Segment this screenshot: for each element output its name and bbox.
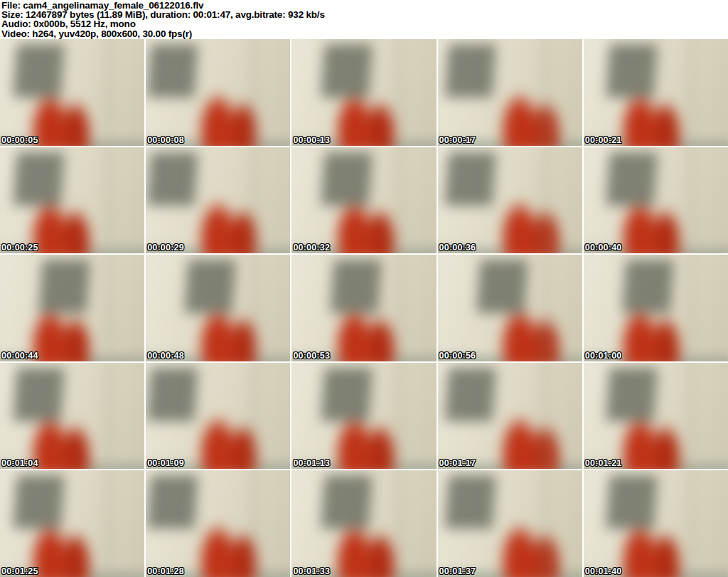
timestamp-label: 00:01:21 [585,458,622,468]
timestamp-label: 00:00:21 [585,135,622,145]
thumbnail-placeholder-image [584,39,728,146]
timestamp-label: 00:00:08 [147,135,184,145]
video-thumbnail: 00:00:25 [0,147,144,254]
thumbnail-placeholder-image [438,147,582,254]
timestamp-label: 00:00:17 [439,135,476,145]
thumbnail-placeholder-image [0,255,144,361]
video-thumbnail: 00:01:04 [0,363,144,470]
thumbnail-placeholder-image [291,255,436,361]
video-thumbnail: 00:00:40 [584,147,728,254]
video-thumbnail: 00:00:36 [438,147,582,254]
video-thumbnail: 00:00:08 [146,39,290,146]
timestamp-label: 00:00:44 [1,351,38,361]
video-thumbnail: 00:01:25 [0,470,144,577]
video-thumbnail: 00:01:33 [291,470,436,577]
thumbnail-grid: 00:00:05 00:00:08 00:00:13 00:00:17 00:0… [0,39,728,577]
timestamp-label: 00:01:09 [147,458,184,468]
thumbnail-placeholder-image [146,39,290,146]
video-label: Video: [1,28,30,39]
thumbnail-placeholder-image [291,147,436,254]
timestamp-label: 00:01:33 [293,566,330,576]
thumbnail-placeholder-image [0,363,144,470]
thumbnail-placeholder-image [584,363,728,470]
video-thumbnail: 00:00:29 [146,147,290,254]
timestamp-label: 00:00:13 [293,135,330,145]
timestamp-label: 00:00:36 [439,243,476,253]
video-thumbnail: 00:00:05 [0,39,144,146]
timestamp-label: 00:01:25 [1,566,38,576]
video-thumbnail: 00:00:53 [291,255,436,361]
video-info-line: Video: h264, yuv420p, 800x600, 30.00 fps… [1,29,728,38]
thumbnail-placeholder-image [584,147,728,254]
timestamp-label: 00:01:37 [439,566,476,576]
timestamp-label: 00:00:25 [1,243,38,253]
video-thumbnail: 00:01:17 [438,363,582,470]
thumbnail-placeholder-image [0,470,144,577]
file-metadata-header: File: cam4_angelinamay_female_06122016.f… [0,0,728,39]
video-thumbnail: 00:00:56 [438,255,582,361]
video-value: h264, yuv420p, 800x600, 30.00 fps(r) [30,28,192,39]
video-thumbnail: 00:01:40 [584,470,728,577]
video-thumbnail: 00:01:37 [438,470,582,577]
thumbnail-placeholder-image [584,255,728,361]
thumbnail-placeholder-image [146,470,290,577]
video-thumbnail: 00:00:21 [584,39,728,146]
thumbnail-placeholder-image [438,39,582,146]
thumbnail-placeholder-image [291,470,436,577]
timestamp-label: 00:00:29 [147,243,184,253]
thumbnail-placeholder-image [146,255,290,361]
video-thumbnail: 00:01:00 [584,255,728,361]
thumbnail-placeholder-image [0,39,144,146]
thumbnail-placeholder-image [146,363,290,470]
video-thumbnail: 00:00:44 [0,255,144,361]
timestamp-label: 00:01:28 [147,566,184,576]
timestamp-label: 00:00:48 [147,351,184,361]
timestamp-label: 00:00:32 [293,243,330,253]
timestamp-label: 00:00:53 [293,351,330,361]
video-thumbnail: 00:01:13 [291,363,436,470]
video-thumbnail: 00:01:21 [584,363,728,470]
thumbnail-placeholder-image [291,363,436,470]
thumbnail-placeholder-image [584,470,728,577]
timestamp-label: 00:01:40 [585,566,622,576]
video-thumbnail: 00:00:48 [146,255,290,361]
video-thumbnail: 00:00:13 [291,39,436,146]
video-thumbnail: 00:01:28 [146,470,290,577]
thumbnail-placeholder-image [146,147,290,254]
video-thumbnail: 00:00:17 [438,39,582,146]
timestamp-label: 00:01:04 [1,458,38,468]
video-thumbnail: 00:01:09 [146,363,290,470]
timestamp-label: 00:00:56 [439,351,476,361]
timestamp-label: 00:00:40 [585,243,622,253]
thumbnail-placeholder-image [438,255,582,361]
thumbnail-placeholder-image [0,147,144,254]
timestamp-label: 00:00:05 [1,135,38,145]
video-thumbnail: 00:00:32 [291,147,436,254]
thumbnail-placeholder-image [438,470,582,577]
timestamp-label: 00:01:13 [293,458,330,468]
thumbnail-placeholder-image [438,363,582,470]
timestamp-label: 00:01:17 [439,458,476,468]
timestamp-label: 00:01:00 [585,351,622,361]
thumbnail-placeholder-image [291,39,436,146]
